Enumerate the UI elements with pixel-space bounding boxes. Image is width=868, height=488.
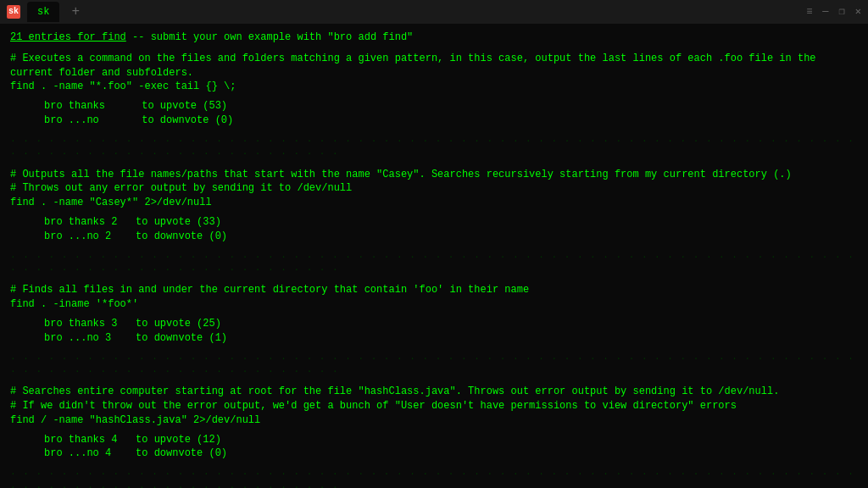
entry-4-upvote[interactable]: bro thanks 4 to upvote (12) [44, 433, 858, 447]
menu-icon[interactable]: ≡ [806, 5, 812, 19]
upvote-action-3: to upvote (25) [136, 318, 221, 330]
downvote-label-2: bro ...no 2 [44, 230, 111, 242]
titlebar-controls: ≡ — ❐ ✕ [806, 5, 861, 19]
entry-3-command: find . -iname '*foo*' [10, 297, 858, 312]
entry-1-comment-1: # Executes a command on the files and fo… [10, 52, 858, 80]
entry-4-comment-1: # Searches entire computer starting at r… [10, 385, 858, 399]
downvote-label-3: bro ...no 3 [44, 332, 111, 344]
maximize-button[interactable]: ❐ [839, 5, 845, 19]
add-tab-button[interactable]: + [66, 3, 85, 21]
entry-4-downvote[interactable]: bro ...no 4 to downvote (0) [44, 446, 858, 461]
entry-2-comment-1: # Outputs all the file names/paths that … [10, 168, 858, 182]
entry-2-downvote[interactable]: bro ...no 2 to downvote (0) [44, 230, 858, 244]
downvote-action-4: to downvote (0) [136, 447, 227, 459]
entry-2-votes: bro thanks 2 to upvote (33) bro ...no 2 … [44, 215, 858, 244]
downvote-action-2: to downvote (0) [136, 230, 227, 242]
entry-3-votes: bro thanks 3 to upvote (25) bro ...no 3 … [44, 317, 858, 346]
titlebar: sk sk + ≡ — ❐ ✕ [0, 0, 868, 24]
active-tab[interactable]: sk [27, 2, 59, 23]
entry-3-downvote[interactable]: bro ...no 3 to downvote (1) [44, 331, 858, 346]
entry-4-command: find / -name "hashClass.java" 2>/dev/nul… [10, 413, 858, 428]
terminal-content: 21 entries for find -- submit your own e… [0, 24, 868, 488]
header: 21 entries for find -- submit your own e… [10, 30, 858, 45]
entry-4-votes: bro thanks 4 to upvote (12) bro ...no 4 … [44, 433, 858, 462]
header-subtitle: -- submit your own example with "bro add… [132, 31, 413, 43]
upvote-label-4: bro thanks 4 [44, 434, 117, 446]
entry-1-command: find . -name "*.foo" -exec tail {} \; [10, 80, 858, 94]
entries-link[interactable]: 21 entries for find [10, 31, 126, 43]
entry-3-upvote[interactable]: bro thanks 3 to upvote (25) [44, 317, 858, 331]
upvote-label: bro thanks [44, 100, 105, 112]
divider-3: · · · · · · · · · · · · · · · · · · · · … [10, 352, 858, 379]
upvote-label-3: bro thanks 3 [44, 318, 117, 330]
entry-2-comment-2: # Throws out any error output by sending… [10, 181, 858, 196]
upvote-action-4: to upvote (12) [136, 434, 221, 446]
entry-4-comment-2: # If we didn't throw out the error outpu… [10, 399, 858, 413]
entry-3: # Finds all files in and under the curre… [10, 283, 858, 345]
downvote-label: bro ...no [44, 114, 99, 126]
entry-2: # Outputs all the file names/paths that … [10, 168, 858, 244]
entry-2-command: find . -name "Casey*" 2>/dev/null [10, 196, 858, 210]
downvote-action: to downvote (0) [142, 114, 233, 126]
entry-2-upvote[interactable]: bro thanks 2 to upvote (33) [44, 215, 858, 230]
upvote-action: to upvote (53) [142, 100, 227, 112]
entry-1-upvote[interactable]: bro thanks to upvote (53) [44, 99, 858, 114]
upvote-action-2: to upvote (33) [136, 216, 221, 228]
app-icon: sk [7, 5, 20, 19]
downvote-label-4: bro ...no 4 [44, 447, 111, 459]
entry-4: # Searches entire computer starting at r… [10, 385, 858, 461]
divider-2: · · · · · · · · · · · · · · · · · · · · … [10, 251, 858, 277]
entry-1-downvote[interactable]: bro ...no to downvote (0) [44, 114, 858, 128]
entry-3-comment-1: # Finds all files in and under the curre… [10, 283, 858, 297]
minimize-button[interactable]: — [822, 5, 828, 19]
divider-1: · · · · · · · · · · · · · · · · · · · · … [10, 135, 858, 161]
close-button[interactable]: ✕ [855, 5, 861, 19]
downvote-action-3: to downvote (1) [136, 332, 227, 344]
entry-1-votes: bro thanks to upvote (53) bro ...no to d… [44, 99, 858, 128]
upvote-label-2: bro thanks 2 [44, 216, 117, 228]
entry-1: # Executes a command on the files and fo… [10, 52, 858, 128]
divider-4: · · · · · · · · · · · · · · · · · · · · … [10, 468, 858, 488]
